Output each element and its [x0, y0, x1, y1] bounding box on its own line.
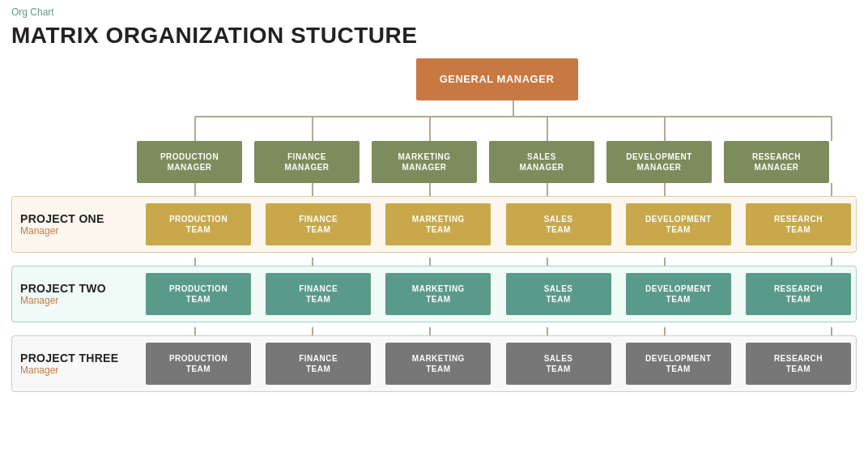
project-two-title: PROJECT TWO: [20, 282, 146, 295]
marketing-manager-box: MARKETINGMANAGER: [372, 141, 477, 183]
p3-finance-team: FINANCETEAM: [266, 343, 371, 385]
project-two-label: PROJECT TWO Manager: [20, 282, 146, 306]
sales-manager-box: SALESMANAGER: [489, 141, 594, 183]
p2-development-team: DEVELOPMENTTEAM: [626, 273, 731, 315]
p3-production-team: PRODUCTIONTEAM: [146, 343, 251, 385]
project-one-row: PROJECT ONE Manager PRODUCTIONTEAM FINAN…: [11, 196, 857, 253]
managers-row: PRODUCTIONMANAGER FINANCEMANAGER MARKETI…: [11, 141, 857, 183]
p1-finance-team: FINANCETEAM: [266, 203, 371, 245]
p3-marketing-team: MARKETINGTEAM: [385, 343, 491, 385]
project-one-title: PROJECT ONE: [20, 212, 146, 225]
p3-development-team: DEVELOPMENTTEAM: [626, 343, 731, 385]
p2-production-team: PRODUCTIONTEAM: [146, 273, 251, 315]
finance-manager-box: FINANCEMANAGER: [254, 141, 360, 183]
general-manager-box: GENERAL MANAGER: [416, 58, 578, 100]
p2-p3-connectors: [137, 327, 857, 335]
p1-p2-connectors: [137, 258, 857, 266]
project-two-row: PROJECT TWO Manager PRODUCTIONTEAM FINAN…: [11, 266, 857, 322]
project-two-sub: Manager: [20, 295, 146, 306]
project-three-teams: PRODUCTIONTEAM FINANCETEAM MARKETINGTEAM…: [146, 343, 851, 385]
project-two-teams: PRODUCTIONTEAM FINANCETEAM MARKETINGTEAM…: [146, 273, 851, 315]
p1-marketing-team: MARKETINGTEAM: [385, 203, 491, 245]
p1-research-team: RESEARCHTEAM: [746, 203, 851, 245]
p3-sales-team: SALESTEAM: [506, 343, 611, 385]
page-title: MATRIX ORGANIZATION STUCTURE: [0, 19, 868, 58]
research-manager-box: RESEARCHMANAGER: [724, 141, 829, 183]
production-manager-box: PRODUCTIONMANAGER: [137, 141, 242, 183]
breadcrumb: Org Chart: [0, 0, 868, 19]
p1-sales-team: SALESTEAM: [506, 203, 611, 245]
p1-production-team: PRODUCTIONTEAM: [146, 203, 251, 245]
p3-research-team: RESEARCHTEAM: [746, 343, 851, 385]
top-connectors-svg: [137, 100, 857, 141]
p2-research-team: RESEARCHTEAM: [746, 273, 851, 315]
p2-sales-team: SALESTEAM: [506, 273, 611, 315]
org-chart: GENERAL MANAGER PRODUCTIONMANAGER FINANC…: [0, 58, 868, 405]
project-one-label: PROJECT ONE Manager: [20, 212, 146, 237]
project-one-sub: Manager: [20, 225, 146, 237]
project-three-row: PROJECT THREE Manager PRODUCTIONTEAM FIN…: [11, 335, 857, 392]
project-one-teams: PRODUCTIONTEAM FINANCETEAM MARKETINGTEAM…: [146, 203, 851, 245]
development-manager-box: DEVELOPMENTMANAGER: [606, 141, 712, 183]
project-three-sub: Manager: [20, 365, 146, 376]
p2-finance-team: FINANCETEAM: [266, 273, 371, 315]
project-three-label: PROJECT THREE Manager: [20, 352, 146, 376]
p1-development-team: DEVELOPMENTTEAM: [626, 203, 731, 245]
mid-connectors-svg: [137, 183, 857, 196]
project-three-title: PROJECT THREE: [20, 352, 146, 365]
p2-marketing-team: MARKETINGTEAM: [385, 273, 491, 315]
